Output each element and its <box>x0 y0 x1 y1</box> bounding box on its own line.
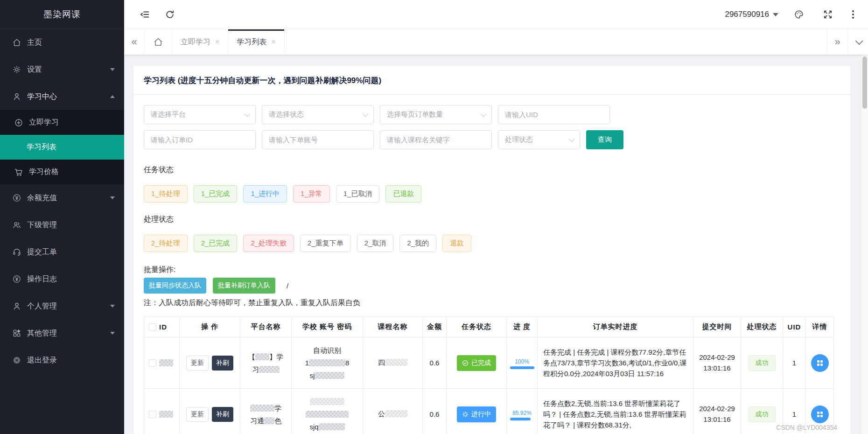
detail-cell <box>806 337 834 389</box>
app-root: 墨染网课 主页 设置 学习中心 立即学习 学习列表 学习价格 <box>0 0 868 434</box>
more-menu-button[interactable] <box>848 8 858 21</box>
page-scrollbar[interactable] <box>861 55 868 434</box>
sidebar-item-label: 学习中心 <box>27 92 57 102</box>
chevron-down-icon <box>569 136 575 142</box>
table-row: 更新 补刷 【】学 习 自动识别 18 <box>144 337 834 389</box>
sidebar-item-label: 下级管理 <box>27 220 57 230</box>
status-tag[interactable]: 退款 <box>442 235 471 252</box>
home-icon <box>12 38 21 47</box>
close-icon[interactable]: × <box>271 38 275 46</box>
tabs-menu-button[interactable] <box>847 29 868 55</box>
select-all-checkbox[interactable] <box>149 323 156 331</box>
grid-icon <box>12 329 21 338</box>
status-tag[interactable]: 2_已完成 <box>194 235 238 252</box>
status-select[interactable]: 请选择状态 <box>262 105 374 124</box>
status-tag[interactable]: 1_待处理 <box>144 185 188 203</box>
chevron-down-icon <box>481 111 487 117</box>
sidebar-item-personal-mgmt[interactable]: 个人管理 <box>0 293 124 320</box>
sidebar-item-learn-now[interactable]: 立即学习 <box>0 110 124 135</box>
status-tag[interactable]: 2_处理失败 <box>243 235 294 252</box>
sidebar-item-learning-list[interactable]: 学习列表 <box>0 135 124 160</box>
status-tag[interactable]: 2_取消 <box>357 235 394 252</box>
user-dropdown[interactable]: 2967590916 <box>725 10 778 19</box>
query-button[interactable]: 查询 <box>586 130 623 149</box>
status-tag[interactable]: 2_我的 <box>399 235 436 252</box>
progress-value: 85.92% <box>510 410 534 416</box>
update-button[interactable]: 更新 <box>186 407 209 422</box>
account-input[interactable] <box>269 136 367 144</box>
chevron-down-icon <box>110 305 115 308</box>
sidebar: 墨染网课 主页 设置 学习中心 立即学习 学习列表 学习价格 <box>0 0 124 434</box>
amount-cell: 0.6 <box>423 337 447 389</box>
repair-button[interactable]: 补刷 <box>212 407 233 422</box>
detail-button[interactable] <box>811 406 829 423</box>
repair-button[interactable]: 补刷 <box>212 356 233 371</box>
process-status-select[interactable]: 处理状态 <box>498 130 580 149</box>
users-icon <box>12 220 21 230</box>
refresh-button[interactable] <box>161 6 178 23</box>
task-status-cell: 进行中 <box>447 389 507 434</box>
tabs-scroll-left-button[interactable]: « <box>124 29 145 55</box>
theme-button[interactable] <box>791 6 807 23</box>
batch-note: 注：入队成功后耐心等待即可，禁止重复入队，重复入队后果自负 <box>144 298 840 308</box>
sidebar-item-learning-price[interactable]: 学习价格 <box>0 160 124 184</box>
sidebar-item-other-mgmt[interactable]: 其他管理 <box>0 320 124 347</box>
chevron-down-icon <box>110 196 115 199</box>
process-status-label: 处理状态 <box>144 215 840 224</box>
sidebar-item-label: 学习列表 <box>27 142 56 152</box>
sidebar-fold-button[interactable] <box>136 6 153 23</box>
sidebar-item-logout[interactable]: 退出登录 <box>0 347 124 374</box>
card-title: 学习列表 (进度十五分钟自动更新一次，遇到问题补刷解决99%问题) <box>133 66 850 95</box>
course-keyword-input[interactable] <box>387 136 485 144</box>
gear-icon <box>12 65 21 74</box>
page-size-select[interactable]: 选择每页订单数量 <box>380 105 492 124</box>
sidebar-item-settings[interactable]: 设置 <box>0 56 124 83</box>
account-cell: 自动识别 18 sj <box>292 337 363 389</box>
close-icon[interactable]: × <box>215 38 219 46</box>
platform-select[interactable]: 请选择平台 <box>144 105 256 124</box>
user-icon <box>12 92 21 101</box>
status-tag[interactable]: 1_已完成 <box>194 185 238 203</box>
sidebar-item-balance-recharge[interactable]: 余额充值 <box>0 184 124 211</box>
uid-cell: 1 <box>783 389 806 434</box>
chevron-down-icon <box>110 68 115 71</box>
sidebar-item-operation-log[interactable]: 操作日志 <box>0 266 124 293</box>
batch-sync-queue-button[interactable]: 批量同步状态入队 <box>144 278 206 294</box>
home-icon <box>153 37 163 47</box>
tab-home[interactable] <box>145 29 172 55</box>
sidebar-item-learning-center[interactable]: 学习中心 <box>0 83 124 110</box>
sidebar-item-home[interactable]: 主页 <box>0 29 124 56</box>
status-tag[interactable]: 1_已取消 <box>336 185 380 203</box>
row-checkbox[interactable] <box>149 359 156 367</box>
course-cell: 四 <box>363 337 423 389</box>
platform-cell: 【】学 习 <box>240 337 292 389</box>
task-status-tags: 1_待处理 1_已完成 1_进行中 1_异常 1_已取消 已退款 <box>144 185 840 203</box>
order-id-input[interactable] <box>151 136 249 144</box>
process-status-cell: 成功 <box>741 337 783 389</box>
table-row: 更新 补刷 学 习通色 <box>144 389 834 434</box>
submit-time-cell: 2024-02-29 13:01:16 <box>693 389 741 434</box>
status-tag[interactable]: 2_待处理 <box>144 235 188 252</box>
fullscreen-button[interactable] <box>819 6 836 23</box>
scrollbar-thumb[interactable] <box>862 56 867 109</box>
status-tag[interactable]: 2_重复下单 <box>300 235 351 252</box>
status-tag[interactable]: 已退款 <box>385 185 421 203</box>
tab-learning-list[interactable]: 学习列表 × <box>228 29 284 55</box>
tab-label: 立即学习 <box>181 37 210 47</box>
sidebar-item-submit-ticket[interactable]: 提交工单 <box>0 238 124 266</box>
batch-repair-queue-button[interactable]: 批量补刷订单入队 <box>213 278 275 294</box>
uid-input[interactable] <box>505 111 603 119</box>
tab-learn-now[interactable]: 立即学习 × <box>172 29 228 55</box>
uid-input-wrap <box>498 105 610 124</box>
row-checkbox[interactable] <box>149 411 156 418</box>
detail-button[interactable] <box>811 354 829 372</box>
tabs-scroll-right-button[interactable]: » <box>827 29 847 55</box>
sidebar-submenu-learning: 立即学习 学习列表 学习价格 <box>0 110 124 184</box>
cart-icon <box>14 168 23 177</box>
sidebar-item-subordinate-mgmt[interactable]: 下级管理 <box>0 211 124 238</box>
status-tag[interactable]: 1_进行中 <box>243 185 287 203</box>
update-button[interactable]: 更新 <box>186 356 209 371</box>
batch-operations-label: 批量操作: <box>144 265 840 275</box>
filter-form: 请选择平台 请选择状态 选择每页订单数量 <box>144 105 840 149</box>
status-tag[interactable]: 1_异常 <box>293 185 330 203</box>
